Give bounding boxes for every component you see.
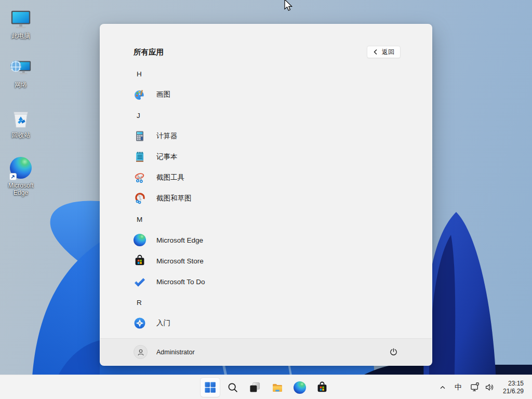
back-button[interactable]: 返回: [367, 46, 401, 58]
desktop-icon-this-pc[interactable]: 此电脑: [0, 7, 42, 39]
calculator-icon: [134, 130, 146, 142]
desktop-icon-microsoft-edge[interactable]: Microsoft Edge: [0, 156, 42, 196]
section-letter[interactable]: M: [100, 209, 432, 230]
app-row-get-started[interactable]: 入门: [100, 313, 432, 334]
network-icon: [9, 56, 33, 80]
power-icon: [389, 348, 398, 356]
search-button[interactable]: [223, 378, 242, 397]
start-button[interactable]: [201, 378, 220, 397]
all-apps-title: 所有应用: [134, 47, 164, 57]
store-button[interactable]: [312, 378, 331, 397]
edge-button[interactable]: [290, 378, 309, 397]
edge-icon: [294, 381, 306, 394]
desktop-icon-recycle-bin[interactable]: 回收站: [0, 107, 42, 139]
tray-time: 23:15: [503, 380, 524, 388]
snip-sketch-icon: [134, 192, 146, 205]
windows-logo-icon: [204, 381, 216, 393]
system-tray: 中 23:15 21/6.29: [436, 375, 532, 399]
desktop-icon-label: Microsoft Edge: [0, 182, 42, 196]
mouse-cursor: [284, 0, 294, 13]
get-started-icon: [134, 317, 146, 329]
app-label: 记事本: [156, 152, 178, 162]
start-menu-all-apps-panel: 所有应用 返回 H: [100, 24, 432, 366]
app-label: 计算器: [156, 131, 178, 141]
chevron-up-icon: [439, 384, 446, 391]
todo-icon: [134, 275, 146, 288]
back-button-label: 返回: [382, 48, 394, 57]
section-letter[interactable]: R: [100, 292, 432, 313]
app-label: 截图工具: [156, 173, 184, 182]
task-view-button[interactable]: [245, 378, 264, 397]
user-avatar[interactable]: [134, 345, 148, 359]
task-view-icon: [249, 381, 261, 393]
shortcut-arrow-icon: [9, 173, 17, 180]
app-row-snip-and-sketch[interactable]: 截图和草图: [100, 188, 432, 209]
user-name[interactable]: Administrator: [156, 349, 195, 356]
app-label: Microsoft Edge: [156, 236, 203, 244]
app-row-notepad[interactable]: 记事本: [100, 147, 432, 167]
desktop-icon-network[interactable]: 网络: [0, 56, 42, 88]
recycle-bin-icon: [9, 107, 33, 130]
chevron-left-icon: [373, 49, 378, 55]
user-bar: Administrator: [100, 338, 432, 365]
section-letter[interactable]: J: [100, 105, 432, 126]
desktop-icon-label: 回收站: [0, 131, 42, 139]
search-icon: [227, 382, 238, 393]
person-icon: [136, 348, 145, 357]
desktop: 此电脑 网络: [0, 0, 532, 399]
app-row-paint[interactable]: 画图: [100, 84, 432, 105]
volume-icon: [485, 382, 495, 392]
edge-icon: [9, 157, 33, 181]
network-icon: [470, 382, 481, 392]
app-label: 画图: [156, 90, 170, 99]
taskbar: 中 23:15 21/6.29: [0, 375, 532, 399]
app-label: Microsoft Store: [156, 257, 204, 265]
app-row-calculator[interactable]: 计算器: [100, 126, 432, 147]
tray-date: 21/6.29: [503, 388, 524, 395]
this-pc-icon: [9, 7, 33, 31]
app-label: 截图和草图: [156, 194, 192, 203]
file-explorer-button[interactable]: [268, 378, 287, 397]
paint-icon: [134, 88, 146, 101]
edge-icon: [134, 234, 146, 246]
app-label: Microsoft To Do: [156, 278, 205, 286]
network-volume-button[interactable]: [468, 379, 497, 396]
tray-chevron-button[interactable]: [436, 379, 449, 396]
snipping-tool-icon: [134, 171, 146, 184]
notepad-icon: [134, 151, 146, 163]
app-list: H 画图 J: [100, 63, 432, 334]
app-label: 入门: [156, 318, 170, 328]
power-button[interactable]: [385, 344, 402, 361]
app-row-snipping-tool[interactable]: 截图工具: [100, 167, 432, 188]
desktop-icon-label: 网络: [0, 81, 42, 88]
app-row-microsoft-store[interactable]: Microsoft Store: [100, 250, 432, 271]
app-row-microsoft-edge[interactable]: Microsoft Edge: [100, 230, 432, 250]
section-letter[interactable]: H: [100, 63, 432, 84]
clock[interactable]: 23:15 21/6.29: [499, 380, 525, 395]
store-icon: [316, 381, 328, 394]
app-row-microsoft-to-do[interactable]: Microsoft To Do: [100, 271, 432, 292]
ime-indicator[interactable]: 中: [451, 379, 466, 396]
folder-icon: [271, 381, 284, 394]
store-icon: [134, 255, 146, 267]
desktop-icon-label: 此电脑: [0, 32, 42, 39]
